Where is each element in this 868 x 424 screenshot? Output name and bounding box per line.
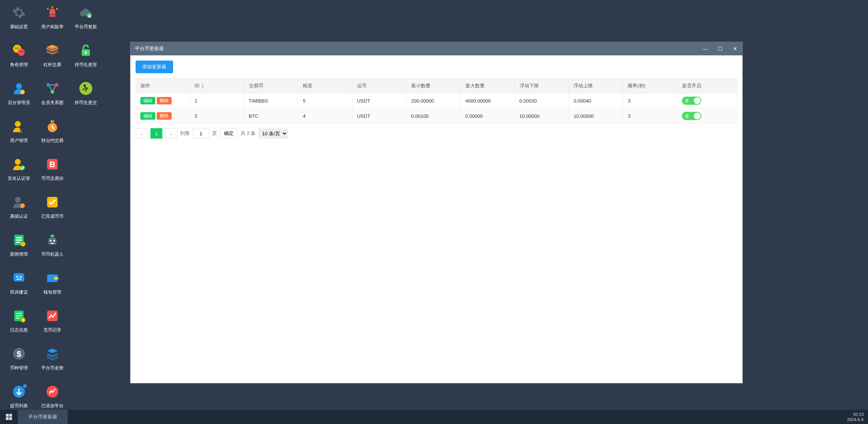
taskbar-app-item[interactable]: 平台币更新器 (18, 410, 68, 424)
goto-label-prefix: 到第 (180, 130, 190, 137)
switch-label: 是 (685, 113, 689, 119)
cell-max: 0.50000 (461, 109, 515, 124)
delete-button[interactable]: 删除 (157, 97, 172, 104)
goto-confirm-button[interactable]: 确定 (220, 129, 238, 138)
desktop-icon-杠杆交易[interactable]: 杠杆交易 (36, 40, 69, 78)
goto-page-input[interactable] (193, 129, 209, 138)
desktop-icon-平台币走势[interactable]: 平台币走势 (36, 343, 69, 381)
news-icon (12, 233, 26, 247)
enable-toggle[interactable]: 是 (682, 97, 701, 105)
desktop-icon-label: 杠杆交易 (43, 62, 61, 68)
trend-icon (45, 384, 60, 399)
window-titlebar[interactable]: 平台币更新器 — ☐ ✕ (130, 42, 742, 55)
svg-rect-1 (52, 6, 53, 8)
app-window: 平台币更新器 — ☐ ✕ 添加更新器 操作ID▲▼交易币精度法币最小数量最大数量… (130, 42, 743, 383)
window-controls: — ☐ ✕ (702, 46, 738, 52)
usercheck-icon (12, 157, 26, 172)
edit-button[interactable]: 编辑 (140, 97, 155, 104)
svg-rect-58 (6, 414, 9, 417)
cell-coin: BTC (244, 109, 298, 124)
desktop-icon-投诉建议[interactable]: 投诉建议 (2, 268, 36, 305)
desktop-icon-币币机器人[interactable]: 币币机器人 (36, 230, 69, 268)
taskbar-clock[interactable]: 02:23 2024-6-4 (847, 412, 868, 422)
desktop-icon-label: 提币列表 (10, 403, 28, 409)
col-header[interactable]: ID▲▼ (190, 79, 244, 93)
cell-min: 0.00100 (406, 109, 461, 124)
desktop-icon-用户风险率[interactable]: 用户风险率 (36, 2, 69, 40)
col-header: 精度 (298, 79, 352, 93)
desktop-icon-用户管理[interactable]: 用户管理 (2, 116, 36, 154)
desktop-icon-持币生息交[interactable]: 持币生息交 (69, 78, 103, 116)
layers-icon (45, 346, 60, 361)
svg-rect-42 (14, 273, 25, 281)
desktop-icon-label: 日志信息 (10, 327, 28, 333)
pagination: ‹ 1 › 到第 页 确定 共 2 条 10 条/页 (136, 128, 737, 139)
svg-point-47 (55, 278, 56, 279)
minimize-icon[interactable]: — (702, 46, 708, 52)
next-page-button[interactable]: › (165, 128, 177, 139)
desktop-icon-新闻管理[interactable]: 新闻管理 (2, 230, 36, 268)
stack-icon (45, 43, 60, 58)
cloud-icon (78, 5, 93, 20)
desktop-icon-秒合约交易[interactable]: 秒合约交易 (36, 116, 69, 154)
desktop-icon-充币记录[interactable]: 充币记录 (36, 305, 69, 343)
delete-button[interactable]: 删除 (157, 112, 172, 120)
desktop-icon-后台管理员[interactable]: 后台管理员 (2, 78, 36, 116)
cell-fiat: USDT (352, 109, 407, 124)
col-header: 是否开启 (677, 79, 737, 93)
desktop-icon-会员关系图[interactable]: 会员关系图 (36, 78, 69, 116)
desktop-icon-label: 秒合约交易 (41, 137, 64, 144)
desktop-icon-钱包管理[interactable]: 钱包管理 (36, 268, 69, 305)
cell-precision: 4 (298, 109, 352, 124)
desktop-icon-平台币更新[interactable]: 平台币更新 (69, 2, 103, 40)
desktop-icon-实名认证管[interactable]: 实名认证管 (2, 154, 36, 192)
svg-rect-24 (51, 120, 54, 122)
desktop-icon-label: 钱包管理 (43, 289, 61, 295)
desktop-icon-label: 已完成币币 (41, 213, 64, 220)
desktop-icon-label: 已添加平台 (41, 403, 64, 409)
desktop-icon-label: 后台管理员 (8, 100, 30, 106)
cell-low: 10.00000 (515, 109, 569, 124)
faces-icon (12, 43, 26, 58)
desktop-icon-日志信息[interactable]: 日志信息 (2, 305, 36, 343)
check-icon (45, 195, 60, 210)
desktop-icon-label: 币种管理 (10, 365, 28, 371)
desktop-icon-角色管理[interactable]: 角色管理 (2, 40, 36, 78)
col-header: 最小数量 (406, 79, 461, 93)
svg-rect-41 (51, 243, 54, 244)
close-icon[interactable]: ✕ (732, 46, 738, 52)
desktop-icon-label: 新闻管理 (10, 251, 28, 258)
desktop-icon-已完成币币[interactable]: 已完成币币 (36, 192, 69, 230)
bitcoin-icon: B (45, 157, 60, 172)
desktop-icon-label: 平台币走势 (41, 365, 64, 371)
maximize-icon[interactable]: ☐ (717, 46, 723, 52)
svg-rect-50 (16, 315, 22, 316)
desktop-icon-label: 角色管理 (10, 62, 28, 68)
cell-low: 0.00030 (515, 93, 569, 109)
cell-id: 3 (190, 109, 244, 124)
coin-icon: $ (12, 346, 26, 361)
desktop-icon-币种管理[interactable]: $币种管理 (2, 343, 36, 381)
taskbar: 平台币更新器 02:23 2024-6-4 (0, 410, 868, 424)
add-updater-button[interactable]: 添加更新器 (136, 61, 173, 73)
desktop-icon-基础设置[interactable]: 基础设置 (2, 2, 36, 40)
start-button[interactable] (0, 410, 18, 424)
desktop-icon-持币生息管[interactable]: 持币生息管 (69, 40, 103, 78)
col-header: 操作 (136, 79, 190, 93)
page-1-button[interactable]: 1 (150, 128, 162, 139)
desktop-icon-高级认证[interactable]: 高级认证 (2, 192, 36, 230)
per-page-select[interactable]: 10 条/页 (259, 129, 288, 138)
svg-point-43 (16, 276, 18, 278)
desktop-icon-label: 持币生息管 (75, 62, 97, 68)
desktop-icon-label: 会员关系图 (41, 100, 64, 106)
usersearch-icon (12, 119, 26, 134)
lock-icon (78, 43, 93, 58)
enable-toggle[interactable]: 是 (682, 112, 701, 120)
prev-page-button[interactable]: ‹ (136, 128, 147, 139)
edit-button[interactable]: 编辑 (140, 112, 155, 120)
cell-fiat: USDT (352, 93, 407, 109)
cell-precision: 5 (298, 93, 352, 109)
cell-high: 0.00040 (569, 93, 623, 109)
desktop-icon-币币交易挂[interactable]: B币币交易挂 (36, 154, 69, 192)
robot-icon (45, 233, 60, 247)
